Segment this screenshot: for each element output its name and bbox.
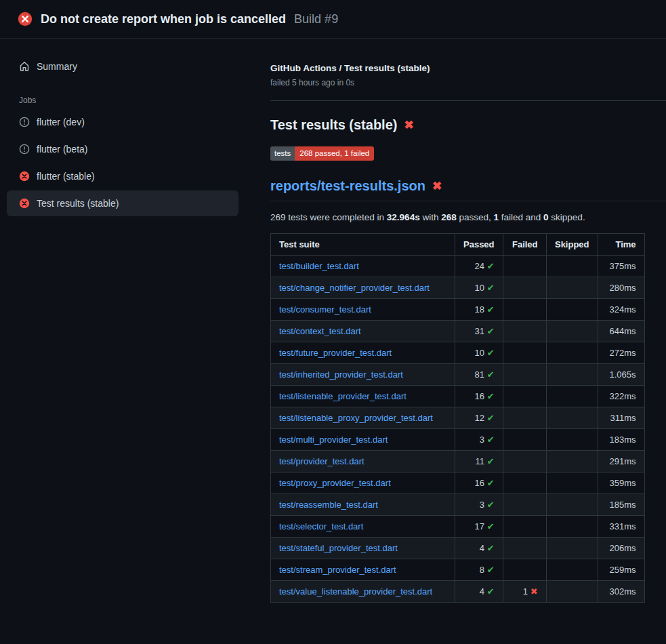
- failed-cell: [503, 385, 546, 407]
- skipped-cell: [546, 363, 598, 385]
- passed-cell: 24 ✔: [455, 255, 503, 277]
- failed-cell: [503, 559, 546, 580]
- failed-cell: 1 ✖: [503, 580, 546, 602]
- failed-cell: [503, 494, 546, 515]
- failed-circle-icon: [19, 171, 30, 182]
- test-suite-link[interactable]: test/listenable_proxy_provider_test.dart: [279, 413, 433, 423]
- skipped-cell: [546, 342, 598, 363]
- sidebar-item-label: Summary: [37, 61, 77, 72]
- suite-cell: test/multi_provider_test.dart: [271, 428, 455, 450]
- test-suite-link[interactable]: test/context_test.dart: [279, 326, 361, 336]
- check-icon: ✔: [487, 435, 495, 445]
- summary-duration: 32.964s: [387, 212, 420, 222]
- check-icon: ✔: [487, 261, 495, 271]
- check-icon: ✔: [487, 304, 495, 315]
- test-suite-link[interactable]: test/consumer_test.dart: [279, 304, 371, 315]
- suite-cell: test/listenable_proxy_provider_test.dart: [271, 407, 455, 428]
- sidebar-job-flutter-dev[interactable]: flutter (dev): [7, 109, 238, 135]
- suite-cell: test/provider_test.dart: [271, 450, 455, 472]
- build-number: Build #9: [294, 12, 338, 26]
- check-icon: ✔: [487, 283, 495, 293]
- check-icon: ✔: [487, 456, 495, 466]
- jobs-section-label: Jobs: [7, 96, 238, 105]
- table-row: test/listenable_provider_test.dart16 ✔32…: [271, 385, 645, 407]
- passed-cell: 81 ✔: [455, 363, 503, 385]
- test-suite-link[interactable]: test/reassemble_test.dart: [279, 500, 378, 510]
- test-suite-link[interactable]: test/future_provider_test.dart: [279, 348, 392, 358]
- test-suite-link[interactable]: test/proxy_provider_test.dart: [279, 478, 391, 488]
- badge-label: tests: [270, 146, 295, 161]
- summary-failed-count: 1: [494, 212, 499, 222]
- sidebar-job-flutter-beta[interactable]: flutter (beta): [7, 136, 238, 162]
- column-header-time: Time: [598, 233, 644, 255]
- column-header-passed: Passed: [455, 233, 503, 255]
- column-header-test-suite: Test suite: [271, 233, 455, 255]
- test-suite-link[interactable]: test/provider_test.dart: [279, 456, 365, 466]
- sidebar-item-label: flutter (stable): [37, 171, 95, 182]
- time-cell: 1.065s: [598, 363, 644, 385]
- suite-cell: test/consumer_test.dart: [271, 298, 455, 320]
- failed-cell: [503, 342, 546, 363]
- summary-text: failed and: [499, 212, 543, 222]
- suite-cell: test/value_listenable_provider_test.dart: [271, 580, 455, 602]
- skipped-cell: [546, 450, 598, 472]
- failed-cell: [503, 515, 546, 537]
- check-icon: ✔: [487, 348, 495, 358]
- check-title-text: Test results (stable): [270, 117, 397, 133]
- check-run-header: Do not create report when job is cancell…: [0, 0, 666, 39]
- skipped-cell: [546, 428, 598, 450]
- time-cell: 322ms: [598, 385, 644, 407]
- breadcrumb: GitHub Actions / Test results (stable): [270, 63, 645, 73]
- sidebar-item-summary[interactable]: Summary: [7, 54, 238, 79]
- skipped-cell: [546, 515, 598, 537]
- sidebar-job-flutter-stable[interactable]: flutter (stable): [7, 163, 238, 189]
- sidebar: Summary Jobs flutter (dev) flut: [0, 39, 259, 218]
- test-suite-link[interactable]: test/value_listenable_provider_test.dart: [279, 586, 432, 597]
- time-cell: 644ms: [598, 320, 644, 342]
- check-icon: ✔: [487, 586, 495, 597]
- test-suite-link[interactable]: test/selector_test.dart: [279, 521, 363, 531]
- suite-cell: test/future_provider_test.dart: [271, 342, 455, 363]
- time-cell: 206ms: [598, 537, 644, 559]
- summary-passed-count: 268: [441, 212, 457, 222]
- test-suite-link[interactable]: test/inherited_provider_test.dart: [279, 369, 403, 380]
- passed-cell: 31 ✔: [455, 320, 503, 342]
- passed-cell: 11 ✔: [455, 450, 503, 472]
- test-suite-link[interactable]: test/builder_test.dart: [279, 261, 359, 271]
- test-suite-link[interactable]: test/stream_provider_test.dart: [279, 565, 396, 575]
- failed-cell: [503, 450, 546, 472]
- skipped-cell: [546, 255, 598, 277]
- table-row: test/provider_test.dart11 ✔291ms: [271, 450, 645, 472]
- passed-cell: 10 ✔: [455, 342, 503, 363]
- tests-badge: tests 268 passed, 1 failed: [270, 146, 374, 161]
- time-cell: 359ms: [598, 472, 644, 494]
- summary-text: with: [420, 212, 442, 222]
- summary-text: 269 tests were completed in: [270, 212, 387, 222]
- suite-cell: test/stateful_provider_test.dart: [271, 537, 455, 559]
- test-suite-link[interactable]: test/change_notifier_provider_test.dart: [279, 283, 430, 293]
- failed-cell: [503, 428, 546, 450]
- report-file-link[interactable]: reports/test-results.json: [270, 178, 425, 194]
- test-suite-link[interactable]: test/stateful_provider_test.dart: [279, 543, 398, 553]
- column-header-skipped: Skipped: [546, 233, 598, 255]
- test-suite-link[interactable]: test/listenable_provider_test.dart: [279, 391, 407, 401]
- page-body: Summary Jobs flutter (dev) flut: [0, 39, 666, 603]
- table-row: test/selector_test.dart17 ✔331ms: [271, 515, 645, 537]
- status-line: failed 5 hours ago in 0s: [270, 78, 645, 87]
- failed-cell: [503, 363, 546, 385]
- skipped-cell: [546, 320, 598, 342]
- sidebar-job-test-results-stable[interactable]: Test results (stable): [7, 190, 238, 216]
- check-title: Test results (stable) ✖: [270, 117, 645, 133]
- skipped-cell: [546, 494, 598, 515]
- page-title: Do not create report when job is cancell…: [41, 12, 286, 26]
- table-row: test/stream_provider_test.dart8 ✔259ms: [271, 559, 645, 580]
- test-suite-link[interactable]: test/multi_provider_test.dart: [279, 435, 388, 445]
- passed-cell: 8 ✔: [455, 559, 503, 580]
- cross-icon: ✖: [530, 586, 538, 597]
- suite-cell: test/change_notifier_provider_test.dart: [271, 277, 455, 298]
- passed-cell: 17 ✔: [455, 515, 503, 537]
- failed-cell: [503, 407, 546, 428]
- table-row: test/multi_provider_test.dart3 ✔183ms: [271, 428, 645, 450]
- sidebar-item-label: flutter (beta): [37, 144, 87, 155]
- summary-text: passed,: [457, 212, 494, 222]
